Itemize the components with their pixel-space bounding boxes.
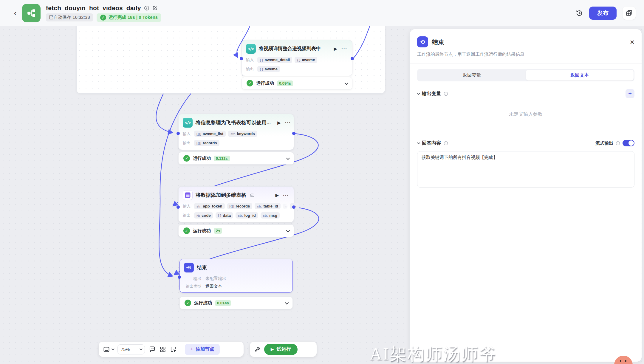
- run-status-badge[interactable]: ✓ 运行完成 18s | 0 Tokens: [97, 13, 162, 22]
- back-button[interactable]: ‹: [11, 9, 20, 18]
- workflow-logo-icon: [26, 8, 36, 18]
- collapse-chevron-icon[interactable]: [417, 141, 420, 144]
- status-bar-node1[interactable]: ✓ 运行成功 0.094s: [242, 77, 352, 89]
- play-icon: ▶: [271, 347, 274, 351]
- comment-icon: [149, 346, 156, 353]
- chevron-down-icon[interactable]: [285, 301, 289, 305]
- param-pill[interactable]: { }aweme: [295, 57, 317, 63]
- status-bar-node2[interactable]: ✓ 运行成功 0.132s: [178, 152, 294, 165]
- param-pill[interactable]: str.msg: [261, 212, 280, 219]
- param-pill[interactable]: { }data: [216, 212, 233, 219]
- status-bar-node4[interactable]: ✓ 运行成功 0.014s: [179, 297, 293, 309]
- close-icon[interactable]: ×: [630, 39, 634, 45]
- node-more-button[interactable]: ···: [282, 192, 290, 198]
- tab-return-variable[interactable]: 返回变量: [418, 70, 526, 80]
- edge-into-node2: [156, 94, 172, 133]
- node-run-button[interactable]: ▶: [275, 193, 279, 198]
- port-node1-in[interactable]: [240, 57, 243, 60]
- select-tool-button[interactable]: [170, 346, 177, 353]
- param-pill-truncated: str.: [283, 204, 288, 209]
- code-node-icon: </>: [183, 118, 193, 128]
- info-icon: [444, 141, 448, 145]
- port-node2-out[interactable]: [292, 132, 295, 135]
- port-node2-in[interactable]: [177, 132, 180, 135]
- param-pill[interactable]: { }aweme_detail: [257, 57, 292, 63]
- stream-toggle[interactable]: [623, 140, 634, 146]
- status-time-badge: 0.094s: [277, 80, 293, 86]
- port-node4-in[interactable]: [178, 275, 181, 279]
- chevron-down-icon[interactable]: [286, 156, 290, 160]
- end-node-icon: [184, 263, 194, 272]
- debug-tools-button[interactable]: [254, 346, 261, 353]
- param-pill[interactable]: [{}]records: [194, 140, 219, 146]
- zoom-select[interactable]: 75%: [117, 344, 145, 354]
- autosave-badge: 已自动保存 16:32:33: [46, 13, 93, 21]
- duplicate-icon: [626, 10, 632, 16]
- node-title: 结束: [197, 264, 207, 271]
- minimap-toggle-button[interactable]: [103, 346, 114, 353]
- duplicate-button[interactable]: [623, 7, 636, 20]
- node-more-button[interactable]: ···: [341, 46, 348, 52]
- check-icon: ✓: [100, 15, 106, 21]
- add-output-button[interactable]: +: [626, 89, 634, 98]
- node-card-format-feishu[interactable]: </> 将信息整理为飞书表格可以使用... ▶ ··· 输入 [{}]aweme…: [178, 114, 294, 150]
- input-label: 输入: [183, 204, 192, 209]
- select-cursor-icon: [170, 346, 177, 353]
- param-pill[interactable]: str.table_id: [255, 203, 281, 209]
- divider: [410, 63, 642, 63]
- chevron-down-icon[interactable]: [286, 229, 290, 233]
- chevron-down-icon: [112, 347, 114, 350]
- param-pill[interactable]: str.app_token: [194, 203, 225, 209]
- info-icon: [616, 141, 620, 145]
- edit-icon[interactable]: [152, 5, 158, 11]
- publish-button[interactable]: 发布: [589, 7, 617, 20]
- node-title: 将视频详情整合进视频列表中: [259, 46, 321, 52]
- param-pill[interactable]: str.keywords: [228, 131, 257, 137]
- add-node-button[interactable]: + 添加节点: [185, 344, 220, 355]
- node-run-button[interactable]: ▶: [277, 120, 281, 126]
- minimap-icon: [103, 346, 110, 353]
- info-icon[interactable]: [144, 5, 149, 11]
- status-check-icon: ✓: [247, 80, 253, 86]
- port-node1-out[interactable]: [351, 57, 354, 60]
- node-run-button[interactable]: ▶: [333, 46, 338, 52]
- layout-grid-button[interactable]: [160, 346, 166, 353]
- param-pill[interactable]: №code: [194, 212, 213, 219]
- param-pill[interactable]: [{}]records: [227, 203, 253, 209]
- node-card-end[interactable]: 结束 输出 未配置输出 输出类型 返回文本: [179, 259, 293, 293]
- comment-button[interactable]: [149, 346, 156, 353]
- status-check-icon: ✓: [185, 300, 191, 306]
- node-card-integrate-video[interactable]: </> 将视频详情整合进视频列表中 ▶ ··· 输入 { }aweme_deta…: [242, 40, 352, 76]
- status-time-badge: 0.014s: [215, 300, 231, 306]
- layout-grid-icon: [160, 346, 166, 353]
- collapse-chevron-icon[interactable]: [417, 92, 420, 95]
- run-toolbar: ▶ 试运行: [250, 342, 317, 357]
- status-bar-node3[interactable]: ✓ 运行成功 2s: [178, 224, 294, 237]
- plugin-badge-icon: [250, 193, 255, 198]
- history-button[interactable]: [575, 9, 583, 17]
- param-pill[interactable]: [{}]aweme_list: [194, 131, 226, 137]
- zoom-level: 75%: [121, 347, 130, 352]
- output-label: 输出: [183, 213, 192, 218]
- status-time-badge: 0.132s: [214, 156, 230, 161]
- node-title: 将数据添加到多维表格: [196, 192, 246, 199]
- wrench-icon: [254, 346, 261, 353]
- output-label: 输出: [246, 66, 255, 72]
- canvas-toolbar: 75%: [99, 342, 244, 357]
- param-pill[interactable]: str.log_id: [236, 212, 258, 219]
- toolbar-divider: [181, 346, 181, 353]
- node-more-button[interactable]: ···: [284, 120, 292, 126]
- status-check-icon: ✓: [183, 155, 190, 162]
- code-node-icon: </>: [246, 44, 256, 54]
- chevron-down-icon[interactable]: [345, 81, 349, 85]
- answer-textarea[interactable]: 获取关键词下的所有抖音视频【完成】: [417, 151, 634, 188]
- end-node-panel: 结束 × 工作流的最终节点，用于返回工作流运行后的结果信息 返回变量 返回文本 …: [410, 29, 642, 362]
- test-run-button[interactable]: ▶ 试运行: [264, 344, 298, 355]
- param-pill[interactable]: { }aweme: [257, 66, 280, 72]
- port-node3-out[interactable]: [292, 205, 295, 209]
- history-icon: [575, 9, 583, 17]
- end-node-icon: [417, 36, 428, 47]
- node-card-add-to-bitable[interactable]: 将数据添加到多维表格 ▶ ··· 输入 str.app_token [{}]re…: [178, 186, 294, 222]
- port-node3-in[interactable]: [177, 205, 180, 209]
- tab-return-text[interactable]: 返回文本: [526, 70, 634, 80]
